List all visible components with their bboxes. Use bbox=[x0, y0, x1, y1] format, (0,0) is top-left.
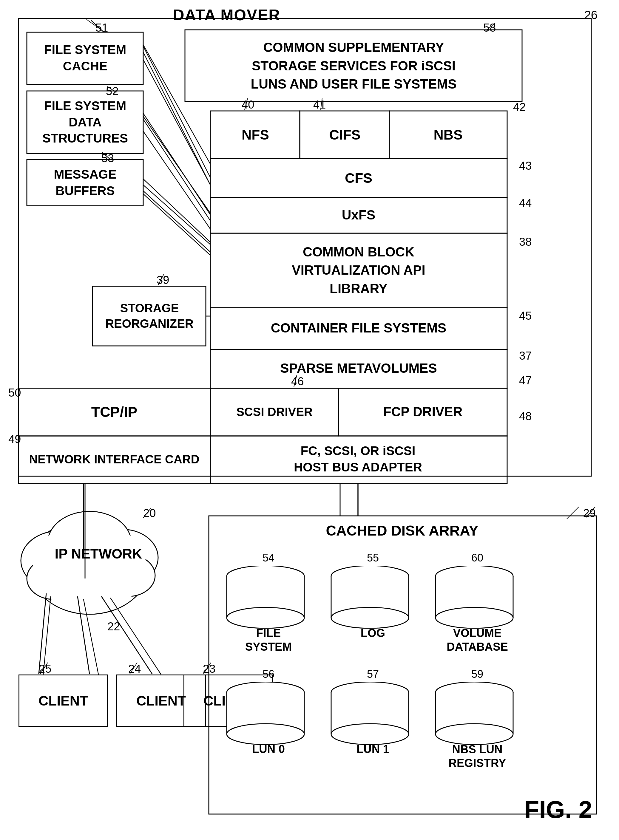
uxfs-box: UxFS bbox=[212, 198, 505, 232]
ref-22-val: 22 bbox=[108, 620, 120, 633]
cylinder-voldb-wrap: 60 VOLUMEDATABASE bbox=[429, 552, 525, 653]
svg-line-48 bbox=[294, 375, 297, 387]
ref-59-val: 59 bbox=[429, 668, 525, 680]
ref-39-arrow bbox=[152, 271, 173, 289]
svg-point-34 bbox=[33, 522, 146, 611]
ref-20-arrow bbox=[136, 506, 157, 520]
svg-line-21 bbox=[143, 113, 210, 215]
ref-29-arrow bbox=[577, 504, 601, 520]
ref-60-val: 60 bbox=[429, 552, 525, 564]
nic-label: NETWORK INTERFACE CARD bbox=[29, 452, 199, 467]
cylinder-lun0-svg bbox=[221, 682, 310, 747]
ref-43-val: 43 bbox=[519, 160, 532, 172]
svg-line-37 bbox=[78, 596, 90, 674]
ref-46-arrow bbox=[288, 372, 309, 390]
ref-53-val: 53 bbox=[102, 152, 114, 165]
nfs-box: NFS bbox=[212, 113, 298, 157]
svg-line-45 bbox=[245, 98, 248, 110]
client-24-label: CLIENT bbox=[136, 693, 186, 709]
ip-network-text: IP NETWORK bbox=[55, 546, 142, 561]
fcp-driver-box: FCP DRIVER bbox=[340, 389, 505, 434]
ref-44-val: 44 bbox=[519, 197, 532, 210]
ref-50-val: 50 bbox=[8, 386, 21, 399]
ref-54-val: 54 bbox=[221, 552, 316, 564]
svg-line-91 bbox=[143, 179, 210, 242]
message-buffers-box: MESSAGEBUFFERS bbox=[29, 161, 141, 204]
ref-49-val: 49 bbox=[8, 433, 21, 446]
svg-point-78 bbox=[331, 724, 409, 745]
svg-line-51 bbox=[130, 662, 137, 674]
svg-line-46 bbox=[321, 98, 322, 110]
cylinder-lun0-wrap: 56 LUN 0 bbox=[221, 668, 316, 756]
file-system-data-label: FILE SYSTEMDATASTRUCTURES bbox=[42, 98, 128, 147]
ref-57-val: 57 bbox=[325, 668, 421, 680]
container-fs-box: CONTAINER FILE SYSTEMS bbox=[212, 309, 505, 347]
ref-52-val: 52 bbox=[106, 85, 118, 98]
svg-point-68 bbox=[435, 607, 513, 628]
client-25-box: CLIENT bbox=[18, 674, 108, 727]
ref-25-arrow bbox=[33, 659, 54, 676]
cylinder-voldb-svg bbox=[429, 565, 519, 631]
svg-line-50 bbox=[40, 662, 48, 674]
tcpip-box: TCP/IP bbox=[20, 389, 208, 434]
nic-box: NETWORK INTERFACE CARD bbox=[20, 437, 208, 482]
data-mover-title: DATA MOVER bbox=[173, 6, 280, 24]
cached-disk-label: CACHED DISK ARRAY bbox=[214, 522, 590, 539]
svg-line-90 bbox=[143, 131, 210, 229]
svg-point-63 bbox=[331, 607, 409, 628]
ref-45-val: 45 bbox=[519, 309, 532, 322]
ref-56-val: 56 bbox=[221, 668, 316, 680]
cfs-box: CFS bbox=[212, 160, 505, 196]
svg-line-23 bbox=[143, 185, 210, 245]
common-supp-label: COMMON SUPPLEMENTARYSTORAGE SERVICES FOR… bbox=[251, 38, 456, 93]
cifs-label: CIFS bbox=[329, 127, 361, 143]
sparse-meta-box: SPARSE METAVOLUMES bbox=[212, 351, 505, 386]
ip-network-label: IP NETWORK bbox=[36, 546, 161, 562]
svg-line-53 bbox=[586, 507, 595, 517]
hba-label: FC, SCSI, OR iSCSIHOST BUS ADAPTER bbox=[294, 443, 422, 475]
file-system-cache-label: FILE SYSTEMCACHE bbox=[44, 42, 126, 74]
common-block-label: COMMON BLOCKVIRTUALIZATION APILIBRARY bbox=[292, 243, 425, 298]
cylinder-log-wrap: 55 LOG bbox=[325, 552, 421, 640]
svg-line-52 bbox=[203, 662, 211, 674]
svg-point-73 bbox=[227, 724, 304, 745]
file-system-cache-box: FILE SYSTEMCACHE bbox=[29, 34, 141, 82]
ref-23-arrow bbox=[197, 659, 218, 676]
scsi-driver-box: SCSI DRIVER bbox=[212, 389, 337, 434]
cylinder-lun1-wrap: 57 LUN 1 bbox=[325, 668, 421, 756]
svg-point-28 bbox=[30, 519, 149, 614]
nbs-box: NBS bbox=[392, 113, 505, 157]
cylinder-nbs-wrap: 59 NBS LUNREGISTRY bbox=[429, 668, 525, 770]
scsi-driver-label: SCSI DRIVER bbox=[236, 404, 312, 419]
ref-38-val: 38 bbox=[519, 236, 532, 248]
hba-box: FC, SCSI, OR iSCSIHOST BUS ADAPTER bbox=[212, 437, 504, 482]
svg-point-32 bbox=[27, 558, 81, 599]
svg-line-89 bbox=[143, 116, 210, 213]
uxfs-label: UxFS bbox=[342, 207, 375, 222]
ref-47-val: 47 bbox=[519, 374, 532, 387]
diagram: DATA MOVER 26 COMMON SUPPLEMENTARYSTORAG… bbox=[0, 0, 619, 840]
ref-41-arrow bbox=[313, 95, 337, 113]
fig-label: FIG. 2 bbox=[524, 795, 592, 824]
ref-24-arrow bbox=[124, 659, 145, 676]
svg-line-22 bbox=[143, 119, 210, 221]
svg-line-43 bbox=[567, 507, 579, 519]
container-fs-label: CONTAINER FILE SYSTEMS bbox=[271, 321, 446, 336]
cifs-box: CIFS bbox=[302, 113, 388, 157]
svg-point-83 bbox=[435, 724, 513, 745]
cylinder-file-system-wrap: 54 FILESYSTEM bbox=[221, 552, 316, 653]
ref-42-val: 42 bbox=[513, 101, 526, 113]
ref-51-val: 51 bbox=[96, 21, 108, 34]
svg-line-47 bbox=[158, 274, 164, 285]
cylinder-log-svg bbox=[325, 565, 415, 631]
ref-26: 26 bbox=[585, 8, 598, 22]
cylinder-file-system-svg bbox=[221, 565, 310, 631]
tcpip-label: TCP/IP bbox=[91, 404, 138, 420]
cfs-label: CFS bbox=[345, 170, 372, 186]
ref-55-val: 55 bbox=[325, 552, 421, 564]
common-supp-box: COMMON SUPPLEMENTARYSTORAGE SERVICES FOR… bbox=[187, 32, 520, 99]
ref-48-val: 48 bbox=[519, 410, 532, 423]
svg-line-92 bbox=[143, 194, 210, 255]
svg-line-97 bbox=[84, 599, 99, 674]
fcp-driver-label: FCP DRIVER bbox=[383, 404, 463, 419]
